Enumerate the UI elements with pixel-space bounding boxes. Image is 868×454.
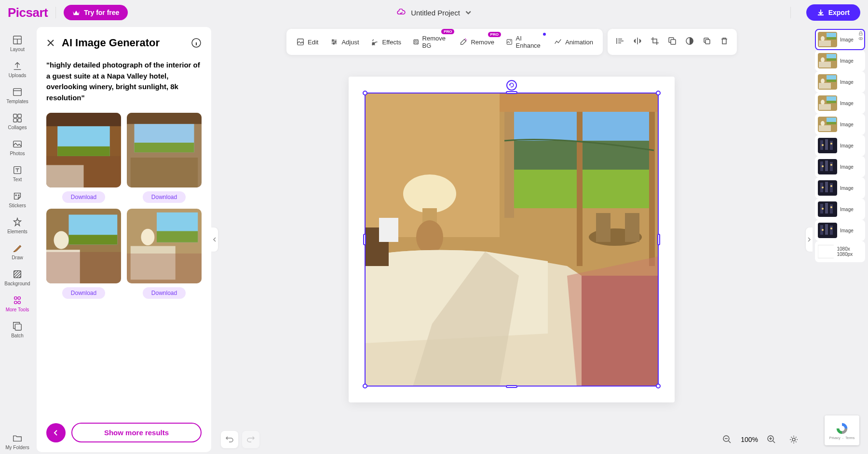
- layer-item-8[interactable]: Image: [815, 199, 865, 220]
- tool-background[interactable]: Background: [3, 265, 32, 290]
- layer-item-9[interactable]: Image: [815, 220, 865, 241]
- back-button[interactable]: [46, 423, 66, 442]
- svg-point-129: [822, 229, 824, 231]
- tool-templates[interactable]: Templates: [3, 83, 32, 108]
- svg-rect-39: [127, 254, 202, 283]
- animation-button[interactable]: Animation: [549, 35, 598, 49]
- svg-rect-115: [825, 182, 828, 192]
- resize-handle-bl[interactable]: [363, 384, 367, 388]
- resize-handle-br[interactable]: [656, 384, 661, 388]
- ai-enhance-button[interactable]: AI Enhance: [501, 32, 547, 52]
- notification-dot: [543, 33, 546, 36]
- download-button-2[interactable]: Download: [143, 191, 186, 203]
- layer-item-2[interactable]: Image: [815, 71, 865, 93]
- show-more-button[interactable]: Show more results: [71, 423, 202, 442]
- delete-button[interactable]: [717, 33, 732, 51]
- canvas-area[interactable]: Edit Adjust fxEffects Remove BGPRO Remov…: [211, 25, 812, 454]
- project-title-dropdown[interactable]: Untitled Project: [396, 9, 472, 17]
- layer-label: Image: [840, 228, 854, 233]
- collages-icon: [12, 113, 23, 123]
- result-thumb-2[interactable]: [127, 113, 202, 187]
- effects-button[interactable]: fxEffects: [366, 35, 407, 49]
- eraser-icon: [459, 38, 468, 46]
- settings-button[interactable]: [785, 431, 802, 448]
- download-button-4[interactable]: Download: [143, 287, 186, 299]
- svg-rect-83: [827, 58, 836, 61]
- chevron-left-icon: [52, 429, 60, 437]
- svg-point-85: [821, 57, 825, 62]
- close-icon[interactable]: [46, 39, 55, 47]
- layer-item-0[interactable]: Image: [815, 29, 865, 50]
- tool-more-tools[interactable]: More Tools: [3, 291, 32, 316]
- recaptcha-badge[interactable]: Privacy-Terms: [825, 415, 859, 445]
- trash-icon: [719, 36, 729, 46]
- tool-uploads[interactable]: Uploads: [3, 57, 32, 82]
- zoom-in-button[interactable]: [763, 431, 780, 448]
- layer-item-10[interactable]: 1080x 1080px: [815, 241, 865, 262]
- picsart-logo[interactable]: Picsart: [8, 5, 48, 20]
- resize-edge-top[interactable]: [506, 91, 517, 94]
- pro-badge: PRO: [488, 32, 501, 37]
- tool-stickers[interactable]: Stickers: [3, 187, 32, 212]
- svg-rect-51: [705, 40, 710, 44]
- resize-handle-tr[interactable]: [656, 91, 661, 95]
- zoom-out-icon: [722, 435, 732, 444]
- align-button[interactable]: [612, 33, 628, 51]
- redo-button[interactable]: [242, 431, 259, 448]
- cloud-icon: [396, 9, 406, 16]
- tool-text[interactable]: Text: [3, 161, 32, 186]
- layer-item-1[interactable]: Image: [815, 50, 865, 71]
- try-for-free-button[interactable]: Try for free: [64, 5, 128, 20]
- remove-button[interactable]: RemovePRO: [454, 35, 499, 49]
- info-icon[interactable]: [191, 38, 202, 48]
- layer-label: Image: [840, 207, 854, 212]
- result-thumb-3[interactable]: [46, 209, 121, 283]
- result-thumb-4[interactable]: [127, 209, 202, 283]
- resize-edge-left[interactable]: [363, 234, 366, 245]
- svg-point-105: [822, 144, 824, 146]
- layer-item-5[interactable]: Image: [815, 135, 865, 156]
- duplicate-button[interactable]: [699, 33, 715, 51]
- collapse-layers-button[interactable]: [806, 227, 813, 252]
- artboard[interactable]: [349, 77, 675, 402]
- svg-rect-4: [14, 119, 17, 122]
- tool-batch[interactable]: Batch: [3, 317, 32, 342]
- download-button-1[interactable]: Download: [62, 191, 105, 203]
- resize-edge-right[interactable]: [657, 234, 660, 245]
- undo-button[interactable]: [221, 431, 238, 448]
- tool-draw[interactable]: Draw: [3, 239, 32, 264]
- opacity-icon: [685, 36, 694, 46]
- flip-button[interactable]: [630, 33, 645, 51]
- tool-elements[interactable]: Elements: [3, 213, 32, 238]
- remove-bg-icon: [413, 38, 419, 46]
- resize-edge-bottom[interactable]: [506, 385, 517, 388]
- edit-button[interactable]: Edit: [291, 35, 323, 49]
- tool-collages[interactable]: Collages: [3, 109, 32, 134]
- crop-button[interactable]: [647, 33, 663, 51]
- download-button-3[interactable]: Download: [62, 287, 105, 299]
- layer-item-4[interactable]: Image: [815, 114, 865, 135]
- result-thumb-1[interactable]: [46, 113, 121, 187]
- svg-point-43: [333, 43, 335, 44]
- adjust-button[interactable]: Adjust: [325, 35, 364, 49]
- layer-item-3[interactable]: Image: [815, 93, 865, 114]
- crown-icon: [72, 9, 80, 16]
- rotate-handle[interactable]: [506, 80, 517, 91]
- opacity-button[interactable]: [682, 33, 697, 51]
- remove-bg-button[interactable]: Remove BGPRO: [408, 32, 452, 52]
- tool-layout[interactable]: Layout: [3, 31, 32, 56]
- tool-my-folders[interactable]: My Folders: [3, 429, 32, 454]
- svg-point-118: [830, 185, 832, 187]
- zoom-value[interactable]: 100%: [741, 436, 758, 443]
- layer-item-6[interactable]: Image: [815, 156, 865, 177]
- layers-button[interactable]: [665, 33, 680, 51]
- tool-photos[interactable]: Photos: [3, 135, 32, 160]
- svg-rect-99: [819, 125, 831, 131]
- zoom-out-button[interactable]: [719, 431, 736, 448]
- export-button[interactable]: Export: [806, 4, 860, 21]
- svg-point-8: [15, 195, 16, 196]
- svg-point-111: [822, 165, 824, 167]
- resize-handle-tl[interactable]: [363, 91, 367, 95]
- selection-box[interactable]: [365, 93, 659, 387]
- layer-item-7[interactable]: Image: [815, 177, 865, 199]
